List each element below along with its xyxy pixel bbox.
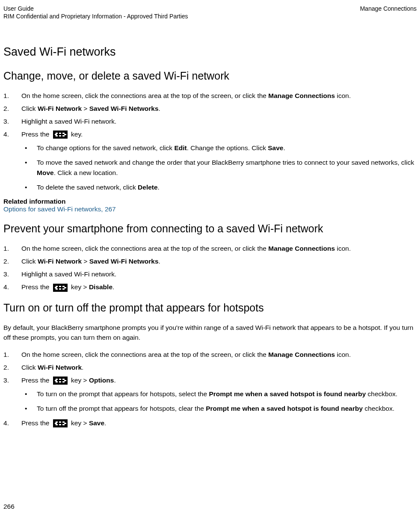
header-left-2: RIM Confidential and Proprietary Informa… [3,13,417,20]
list-item: Click Wi-Fi Network > Saved Wi-Fi Networ… [3,104,417,114]
section-2-steps: On the home screen, click the connection… [3,243,417,292]
list-item: To delete the saved network, click Delet… [21,182,417,193]
menu-key-icon [53,284,68,292]
list-item: On the home screen, click the connection… [3,243,417,254]
page-header: User Guide Manage Connections [3,5,417,12]
list-item: To turn off the prompt that appears for … [21,403,417,414]
page-title: Saved Wi-Fi networks [3,45,417,59]
section-3-steps: On the home screen, click the connection… [3,350,417,428]
section-1-steps: On the home screen, click the connection… [3,91,417,193]
list-item: Press the key > Save. [3,418,417,428]
section-3-bullets: To turn on the prompt that appears for h… [21,389,417,414]
header-left-1: User Guide [3,5,34,12]
menu-key-icon [53,377,68,385]
list-item: To turn on the prompt that appears for h… [21,389,417,399]
related-info-heading: Related information [3,198,417,205]
list-item: Press the key > Disable. [3,282,417,292]
section-3-title: Turn on or turn off the prompt that appe… [3,302,417,314]
list-item: Press the key > Options. To turn on the … [3,375,417,414]
list-item: Click Wi-Fi Network. [3,362,417,373]
list-item: On the home screen, click the connection… [3,91,417,101]
menu-key-icon [53,419,68,427]
header-right: Manage Connections [360,5,417,12]
section-1-bullets: To change options for the saved network,… [21,143,417,193]
list-item: To move the saved network and change the… [21,157,417,178]
page-number: 266 [3,503,15,510]
list-item: Highlight a saved Wi-Fi network. [3,269,417,279]
list-item: Highlight a saved Wi-Fi network. [3,116,417,127]
section-3-intro: By default, your BlackBerry smartphone p… [3,323,417,343]
list-item: To change options for the saved network,… [21,143,417,153]
related-info-link[interactable]: Options for saved Wi-Fi networks, 267 [3,205,417,213]
list-item: Press the key. To change options for the… [3,129,417,193]
list-item: On the home screen, click the connection… [3,350,417,360]
list-item: Click Wi-Fi Network > Saved Wi-Fi Networ… [3,256,417,267]
section-1-title: Change, move, or delete a saved Wi-Fi ne… [3,70,417,82]
section-2-title: Prevent your smartphone from connecting … [3,222,417,235]
menu-key-icon [53,130,68,139]
